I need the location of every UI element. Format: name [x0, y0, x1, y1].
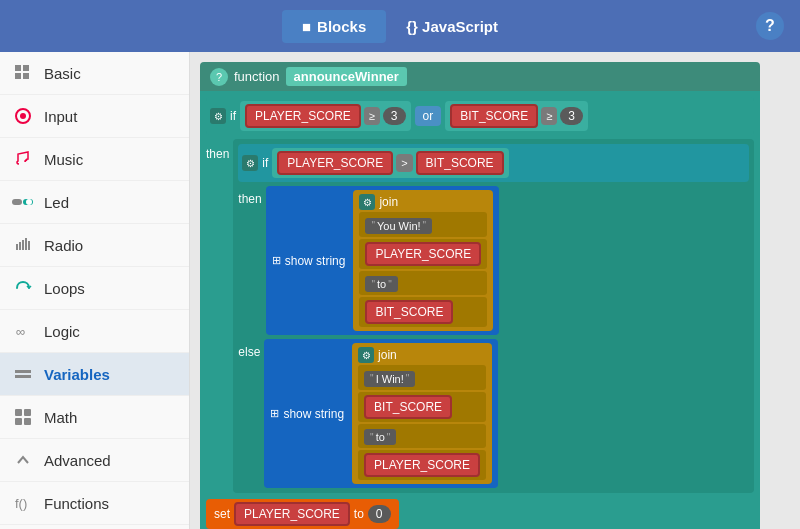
sidebar-item-led[interactable]: Led	[0, 181, 189, 224]
blocks-icon: ■	[302, 18, 311, 35]
val-3-2[interactable]: 3	[560, 107, 583, 125]
join-label-1: join	[379, 195, 398, 209]
then-label: then	[206, 139, 229, 161]
svg-text:∞: ∞	[16, 324, 25, 339]
function-name[interactable]: announceWinner	[286, 67, 407, 86]
sidebar-item-music[interactable]: Music	[0, 138, 189, 181]
sidebar-functions-label: Functions	[44, 495, 109, 512]
canvas-area[interactable]: ? function announceWinner ⚙ if PLAYER_SC…	[190, 52, 800, 529]
inner-if-row: ⚙ if PLAYER_SCORE > BIT_SCORE	[238, 144, 749, 182]
music-icon	[12, 148, 34, 170]
op-gte-2[interactable]: ≥	[541, 107, 557, 125]
help-question[interactable]: ?	[210, 68, 228, 86]
sidebar-led-label: Led	[44, 194, 69, 211]
svg-rect-18	[24, 409, 31, 416]
bit-score-3[interactable]: BIT_SCORE	[365, 300, 453, 324]
sidebar-item-basic[interactable]: Basic	[0, 52, 189, 95]
function-keyword: function	[234, 69, 280, 84]
main-layout: Basic Input Music Led Radio	[0, 52, 800, 529]
header: ■ Blocks {} JavaScript ?	[0, 0, 800, 52]
svg-rect-17	[15, 409, 22, 416]
function-header: ? function announceWinner	[200, 62, 760, 91]
gear-icon-4[interactable]: ⚙	[358, 347, 374, 363]
sidebar-item-arrays[interactable]: Arrays	[0, 525, 189, 529]
val-0-1[interactable]: 0	[368, 505, 391, 523]
gear-icon-1[interactable]: ⚙	[210, 108, 226, 124]
svg-rect-11	[22, 240, 24, 250]
to-string-1: " to "	[365, 276, 397, 292]
sidebar-basic-label: Basic	[44, 65, 81, 82]
player-score-1[interactable]: PLAYER_SCORE	[245, 104, 361, 128]
sidebar: Basic Input Music Led Radio	[0, 52, 190, 529]
svg-rect-3	[23, 73, 29, 79]
math-icon	[12, 406, 34, 428]
player-score-3[interactable]: PLAYER_SCORE	[365, 242, 481, 266]
sidebar-item-radio[interactable]: Radio	[0, 224, 189, 267]
sidebar-variables-label: Variables	[44, 366, 110, 383]
show-string-row-2: ⊞ show string ⚙ join	[270, 343, 492, 484]
if-label-2: if	[262, 156, 268, 170]
svg-rect-20	[24, 418, 31, 425]
svg-rect-16	[15, 375, 31, 378]
svg-rect-1	[23, 65, 29, 71]
tab-blocks-label: Blocks	[317, 18, 366, 35]
player-score-2[interactable]: PLAYER_SCORE	[277, 151, 393, 175]
sidebar-item-functions[interactable]: f() Functions	[0, 482, 189, 525]
loops-icon	[12, 277, 34, 299]
inner-else-label: else	[238, 339, 260, 359]
variables-icon	[12, 363, 34, 385]
svg-point-8	[26, 199, 32, 205]
outer-if-block: ⚙ if PLAYER_SCORE ≥ 3 or BIT_SCORE ≥ 3	[200, 91, 760, 529]
set-ps-var[interactable]: PLAYER_SCORE	[234, 502, 350, 526]
sidebar-item-input[interactable]: Input	[0, 95, 189, 138]
show-string-row-1: ⊞ show string ⚙ join	[272, 190, 494, 331]
inner-else-section: else ⊞ show string ⚙ join	[238, 339, 749, 488]
player-score-4[interactable]: PLAYER_SCORE	[364, 453, 480, 477]
sidebar-item-loops[interactable]: Loops	[0, 267, 189, 310]
join-header-2: ⚙ join	[358, 347, 486, 363]
player-score-join-2: PLAYER_SCORE	[358, 450, 486, 480]
set-player-score-block[interactable]: set PLAYER_SCORE to 0	[206, 499, 399, 529]
gear-icon-3[interactable]: ⚙	[359, 194, 375, 210]
show-string-you-win: ⊞ show string ⚙ join	[266, 186, 500, 335]
sidebar-item-variables[interactable]: Variables	[0, 353, 189, 396]
join-block-1: ⚙ join " You Win!" PLAYER_SCORE	[353, 190, 493, 331]
bit-score-1[interactable]: BIT_SCORE	[450, 104, 538, 128]
or-op[interactable]: or	[415, 106, 442, 126]
grid-icon	[12, 62, 34, 84]
sidebar-item-logic[interactable]: ∞ Logic	[0, 310, 189, 353]
svg-rect-13	[28, 241, 30, 250]
logic-icon: ∞	[12, 320, 34, 342]
sidebar-input-label: Input	[44, 108, 77, 125]
you-win-string: " You Win!"	[365, 218, 432, 234]
sidebar-music-label: Music	[44, 151, 83, 168]
sidebar-advanced-label: Advanced	[44, 452, 111, 469]
help-button[interactable]: ?	[756, 12, 784, 40]
bit-score-2[interactable]: BIT_SCORE	[416, 151, 504, 175]
tab-js-label: {} JavaScript	[406, 18, 498, 35]
tab-blocks[interactable]: ■ Blocks	[282, 10, 386, 43]
sidebar-radio-label: Radio	[44, 237, 83, 254]
tab-javascript[interactable]: {} JavaScript	[386, 10, 518, 43]
gear-icon-2[interactable]: ⚙	[242, 155, 258, 171]
show-string-i-win: ⊞ show string ⚙ join	[264, 339, 498, 488]
bit-score-4[interactable]: BIT_SCORE	[364, 395, 452, 419]
set-label-1: set	[214, 507, 230, 521]
block-workspace: ? function announceWinner ⚙ if PLAYER_SC…	[200, 62, 800, 529]
advanced-icon	[12, 449, 34, 471]
sidebar-math-label: Math	[44, 409, 77, 426]
svg-rect-10	[19, 242, 21, 250]
sidebar-item-advanced[interactable]: Advanced	[0, 439, 189, 482]
op-gt[interactable]: >	[396, 154, 412, 172]
join-block-2: ⚙ join " I Win! " BIT_SCORE	[352, 343, 492, 484]
tab-group: ■ Blocks {} JavaScript	[282, 10, 518, 43]
sidebar-item-math[interactable]: Math	[0, 396, 189, 439]
val-3-1[interactable]: 3	[383, 107, 406, 125]
set-player-score-row: set PLAYER_SCORE to 0	[206, 497, 754, 529]
then-inner-block: ⚙ if PLAYER_SCORE > BIT_SCORE then	[233, 139, 754, 493]
player-score-join: PLAYER_SCORE	[359, 239, 487, 269]
op-gte-1[interactable]: ≥	[364, 107, 380, 125]
you-win-val: " You Win!"	[359, 212, 487, 237]
sidebar-logic-label: Logic	[44, 323, 80, 340]
to-val-2: " to "	[358, 424, 486, 449]
